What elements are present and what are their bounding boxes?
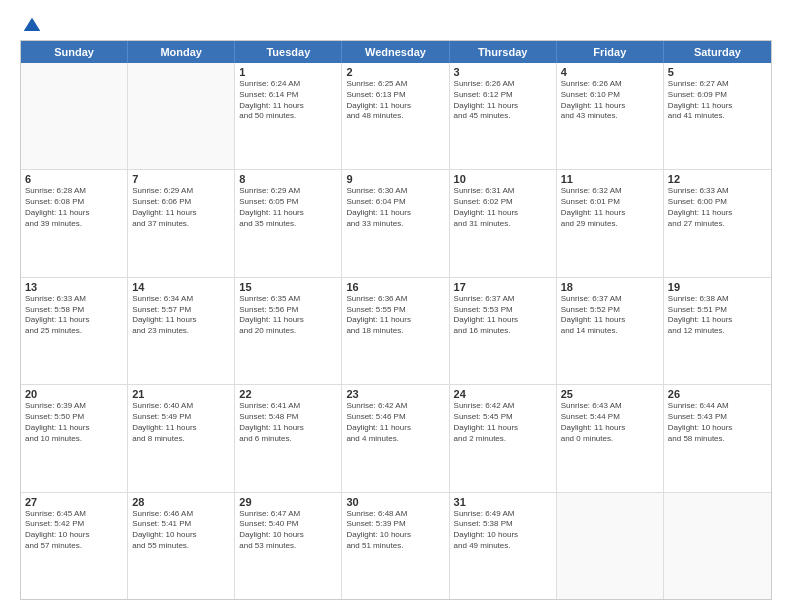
cell-line: and 43 minutes. — [561, 111, 659, 122]
day-number: 11 — [561, 173, 659, 185]
day-number: 17 — [454, 281, 552, 293]
cell-line: Sunset: 5:58 PM — [25, 305, 123, 316]
cell-line: and 45 minutes. — [454, 111, 552, 122]
day-number: 12 — [668, 173, 767, 185]
cell-line: Sunset: 5:52 PM — [561, 305, 659, 316]
cell-line: Daylight: 11 hours — [25, 315, 123, 326]
calendar-row-3: 13Sunrise: 6:33 AMSunset: 5:58 PMDayligh… — [21, 278, 771, 385]
cell-line: Sunrise: 6:39 AM — [25, 401, 123, 412]
calendar-cell: 2Sunrise: 6:25 AMSunset: 6:13 PMDaylight… — [342, 63, 449, 169]
cell-line: Sunrise: 6:33 AM — [25, 294, 123, 305]
cell-line: and 35 minutes. — [239, 219, 337, 230]
logo — [20, 16, 42, 32]
day-number: 3 — [454, 66, 552, 78]
cell-line: Sunset: 6:12 PM — [454, 90, 552, 101]
calendar-cell: 14Sunrise: 6:34 AMSunset: 5:57 PMDayligh… — [128, 278, 235, 384]
calendar-cell: 19Sunrise: 6:38 AMSunset: 5:51 PMDayligh… — [664, 278, 771, 384]
cell-line: Sunset: 6:02 PM — [454, 197, 552, 208]
cell-line: Sunrise: 6:29 AM — [239, 186, 337, 197]
cell-line: and 6 minutes. — [239, 434, 337, 445]
day-number: 9 — [346, 173, 444, 185]
day-number: 14 — [132, 281, 230, 293]
cell-line: Daylight: 11 hours — [454, 208, 552, 219]
cell-line: Sunrise: 6:33 AM — [668, 186, 767, 197]
cell-line: Sunrise: 6:28 AM — [25, 186, 123, 197]
header-cell-sunday: Sunday — [21, 41, 128, 63]
cell-line: Sunrise: 6:26 AM — [454, 79, 552, 90]
cell-line: and 49 minutes. — [454, 541, 552, 552]
cell-line: and 58 minutes. — [668, 434, 767, 445]
cell-line: and 0 minutes. — [561, 434, 659, 445]
cell-line: Sunrise: 6:38 AM — [668, 294, 767, 305]
cell-line: and 33 minutes. — [346, 219, 444, 230]
calendar-cell: 31Sunrise: 6:49 AMSunset: 5:38 PMDayligh… — [450, 493, 557, 599]
cell-line: Sunset: 5:53 PM — [454, 305, 552, 316]
cell-line: Daylight: 11 hours — [346, 315, 444, 326]
cell-line: and 41 minutes. — [668, 111, 767, 122]
cell-line: Sunset: 5:51 PM — [668, 305, 767, 316]
cell-line: Sunset: 5:45 PM — [454, 412, 552, 423]
cell-line: Daylight: 11 hours — [346, 101, 444, 112]
cell-line: and 39 minutes. — [25, 219, 123, 230]
cell-line: Daylight: 10 hours — [668, 423, 767, 434]
cell-line: Daylight: 11 hours — [668, 101, 767, 112]
cell-line: Sunrise: 6:24 AM — [239, 79, 337, 90]
calendar-cell: 27Sunrise: 6:45 AMSunset: 5:42 PMDayligh… — [21, 493, 128, 599]
cell-line: Sunrise: 6:40 AM — [132, 401, 230, 412]
calendar-cell: 18Sunrise: 6:37 AMSunset: 5:52 PMDayligh… — [557, 278, 664, 384]
day-number: 25 — [561, 388, 659, 400]
cell-line: and 31 minutes. — [454, 219, 552, 230]
cell-line: Sunrise: 6:29 AM — [132, 186, 230, 197]
cell-line: Sunset: 5:48 PM — [239, 412, 337, 423]
cell-line: Daylight: 11 hours — [561, 101, 659, 112]
calendar-cell: 30Sunrise: 6:48 AMSunset: 5:39 PMDayligh… — [342, 493, 449, 599]
cell-line: Sunrise: 6:47 AM — [239, 509, 337, 520]
day-number: 29 — [239, 496, 337, 508]
cell-line: Sunset: 6:08 PM — [25, 197, 123, 208]
cell-line: Daylight: 11 hours — [239, 101, 337, 112]
day-number: 18 — [561, 281, 659, 293]
cell-line: Daylight: 11 hours — [561, 315, 659, 326]
cell-line: and 8 minutes. — [132, 434, 230, 445]
calendar-cell: 23Sunrise: 6:42 AMSunset: 5:46 PMDayligh… — [342, 385, 449, 491]
day-number: 26 — [668, 388, 767, 400]
day-number: 19 — [668, 281, 767, 293]
cell-line: Sunset: 6:14 PM — [239, 90, 337, 101]
calendar-cell — [664, 493, 771, 599]
cell-line: Daylight: 11 hours — [454, 101, 552, 112]
header-cell-monday: Monday — [128, 41, 235, 63]
cell-line: Daylight: 11 hours — [561, 423, 659, 434]
cell-line: Sunrise: 6:25 AM — [346, 79, 444, 90]
day-number: 21 — [132, 388, 230, 400]
cell-line: Daylight: 10 hours — [346, 530, 444, 541]
cell-line: and 27 minutes. — [668, 219, 767, 230]
cell-line: Sunset: 6:05 PM — [239, 197, 337, 208]
cell-line: Daylight: 11 hours — [454, 423, 552, 434]
cell-line: Sunset: 6:13 PM — [346, 90, 444, 101]
header-cell-wednesday: Wednesday — [342, 41, 449, 63]
cell-line: Daylight: 11 hours — [25, 423, 123, 434]
day-number: 15 — [239, 281, 337, 293]
cell-line: Sunset: 5:43 PM — [668, 412, 767, 423]
cell-line: Daylight: 11 hours — [239, 315, 337, 326]
calendar-cell: 12Sunrise: 6:33 AMSunset: 6:00 PMDayligh… — [664, 170, 771, 276]
cell-line: and 50 minutes. — [239, 111, 337, 122]
calendar-row-1: 1Sunrise: 6:24 AMSunset: 6:14 PMDaylight… — [21, 63, 771, 170]
calendar-cell: 20Sunrise: 6:39 AMSunset: 5:50 PMDayligh… — [21, 385, 128, 491]
day-number: 2 — [346, 66, 444, 78]
cell-line: Sunset: 5:55 PM — [346, 305, 444, 316]
cell-line: Sunrise: 6:31 AM — [454, 186, 552, 197]
svg-marker-0 — [24, 18, 41, 31]
cell-line: Sunset: 6:04 PM — [346, 197, 444, 208]
calendar-cell: 28Sunrise: 6:46 AMSunset: 5:41 PMDayligh… — [128, 493, 235, 599]
cell-line: and 55 minutes. — [132, 541, 230, 552]
header-cell-thursday: Thursday — [450, 41, 557, 63]
cell-line: Sunset: 5:41 PM — [132, 519, 230, 530]
cell-line: and 16 minutes. — [454, 326, 552, 337]
calendar-row-4: 20Sunrise: 6:39 AMSunset: 5:50 PMDayligh… — [21, 385, 771, 492]
cell-line: Sunrise: 6:49 AM — [454, 509, 552, 520]
cell-line: Sunrise: 6:36 AM — [346, 294, 444, 305]
cell-line: Sunrise: 6:42 AM — [454, 401, 552, 412]
cell-line: Daylight: 10 hours — [25, 530, 123, 541]
cell-line: and 48 minutes. — [346, 111, 444, 122]
